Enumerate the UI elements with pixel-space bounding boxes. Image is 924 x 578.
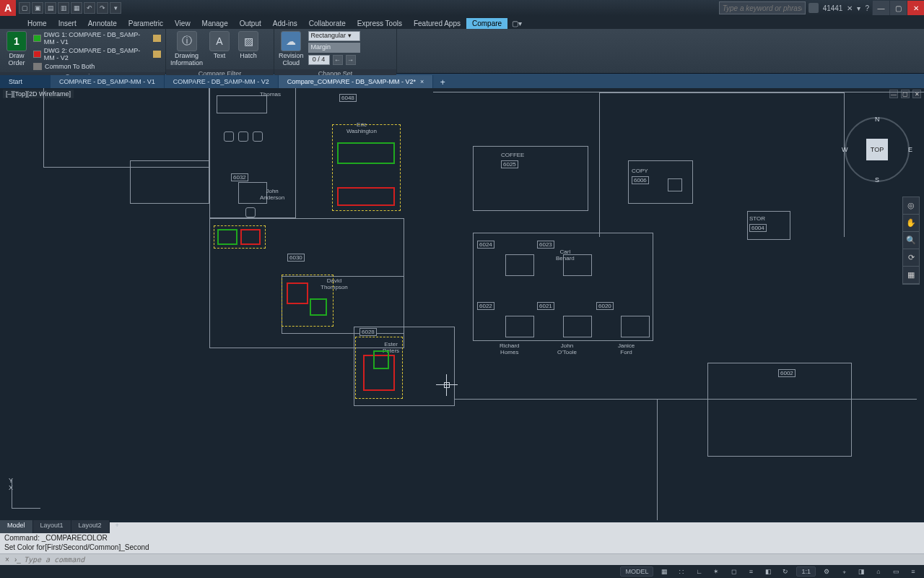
status-cycling-icon[interactable]: ↻	[779, 566, 792, 577]
help-icon[interactable]: ?	[865, 4, 869, 12]
doc-tab-start[interactable]: Start	[0, 75, 51, 88]
viewcube-e[interactable]: E	[908, 146, 912, 153]
window-close-button[interactable]: ✕	[907, 1, 924, 15]
nav-wheel-icon[interactable]: ◎	[903, 197, 919, 215]
folder-icon[interactable]	[153, 35, 161, 42]
qat-save-icon[interactable]: ▤	[45, 2, 56, 14]
status-gear-icon[interactable]: ⚙	[820, 566, 833, 577]
viewcube-s[interactable]: S	[875, 176, 879, 184]
command-input[interactable]	[24, 556, 921, 564]
window-maximize-button[interactable]: ▢	[889, 1, 907, 15]
cmd-chevron-icon[interactable]: ›_	[14, 556, 21, 564]
dwg1-label: DWG 1: COMPARE - DB_SAMP-MM - V1	[44, 31, 151, 46]
cloud-shape-select[interactable]: Rectangular ▾	[308, 31, 360, 41]
draw-order-label: Draw Order	[8, 53, 25, 67]
doc-tab-v2[interactable]: COMPARE - DB_SAMP-MM - V2	[165, 75, 279, 88]
exchange-icon[interactable]: ✕	[847, 4, 853, 12]
next-change-button[interactable]: →	[346, 55, 356, 65]
qat-undo-icon[interactable]: ↶	[84, 2, 95, 14]
tab-collaborate[interactable]: Collaborate	[303, 18, 352, 29]
window-minimize-button[interactable]: —	[872, 1, 889, 15]
label-otoole: John O'Toole	[557, 342, 577, 355]
status-osnap-icon[interactable]: ◻	[727, 566, 740, 577]
ucs-icon[interactable]: Y X	[9, 477, 43, 512]
layout-tab-1[interactable]: Layout1	[33, 520, 71, 533]
qat-plot-icon[interactable]: ▦	[71, 2, 82, 14]
status-lwt-icon[interactable]: ≡	[744, 566, 757, 577]
doc-tab-compare[interactable]: Compare_COMPARE - DB_SAMP-MM - V2*	[279, 75, 434, 88]
tab-express[interactable]: Express Tools	[352, 18, 408, 29]
dwg2-row[interactable]: DWG 2: COMPARE - DB_SAMP-MM - V2	[33, 47, 161, 61]
add-doc-button[interactable]: +	[436, 77, 449, 88]
tab-insert[interactable]: Insert	[53, 18, 82, 29]
status-transparency-icon[interactable]: ◧	[762, 566, 775, 577]
room-6006: 6006	[632, 176, 649, 184]
text-filter-button[interactable]: AText	[207, 31, 232, 60]
nav-pan-icon[interactable]: ✋	[903, 215, 919, 232]
add-layout-button[interactable]: +	[110, 520, 125, 533]
room-6004: 6004	[749, 224, 767, 232]
draw-order-button[interactable]: 1 Draw Order	[4, 31, 29, 67]
status-annomon-icon[interactable]: ⍖	[837, 566, 850, 577]
doc-tab-v1[interactable]: COMPARE - DB_SAMP-MM - V1	[51, 75, 165, 88]
qat-more-icon[interactable]: ▾	[110, 2, 121, 14]
viewcube-w[interactable]: W	[842, 146, 848, 153]
dwg1-row[interactable]: DWG 1: COMPARE - DB_SAMP-MM - V1	[33, 31, 161, 46]
status-custom-icon[interactable]: ≡	[907, 566, 920, 577]
nav-zoom-icon[interactable]: 🔍	[903, 232, 919, 249]
command-window[interactable]: Command: Command: _COMPARECOLOR Set Colo…	[0, 522, 924, 565]
folder-icon[interactable]	[153, 51, 161, 58]
tab-home[interactable]: Home	[22, 18, 53, 29]
dwg2-label: DWG 2: COMPARE - DB_SAMP-MM - V2	[44, 47, 151, 61]
cmd-close-icon[interactable]: ×	[3, 556, 12, 564]
tab-featured[interactable]: Featured Apps	[408, 18, 466, 29]
tab-annotate[interactable]: Annotate	[82, 18, 123, 29]
tab-overflow-icon[interactable]: ▢▾	[507, 18, 526, 29]
viewcube-top-face[interactable]: TOP	[866, 139, 888, 160]
qat-new-icon[interactable]: ▢	[19, 2, 30, 14]
status-polar-icon[interactable]: ✶	[710, 566, 723, 577]
layout-tab-2[interactable]: Layout2	[71, 520, 110, 533]
status-snap-icon[interactable]: ⸬	[675, 566, 688, 577]
text-label: Text	[214, 53, 226, 60]
margin-field[interactable]: Margin	[308, 43, 360, 53]
room-6020: 6020	[596, 302, 614, 310]
prev-change-button[interactable]: ←	[333, 55, 343, 65]
nav-orbit-icon[interactable]: ⟳	[903, 249, 919, 267]
drawing-info-button[interactable]: ⓘDrawing Information	[170, 31, 203, 67]
tab-manage[interactable]: Manage	[196, 18, 234, 29]
qat-redo-icon[interactable]: ↷	[97, 2, 108, 14]
app-logo[interactable]: A	[0, 0, 16, 16]
layout-tab-model[interactable]: Model	[0, 520, 33, 533]
text-icon: A	[209, 31, 230, 51]
status-workspace-icon[interactable]: ⌂	[872, 566, 885, 577]
nav-showmotion-icon[interactable]: ▦	[903, 267, 919, 284]
status-iso-icon[interactable]: ◨	[855, 566, 868, 577]
room-6002: 6002	[778, 369, 796, 377]
tab-parametric[interactable]: Parametric	[123, 18, 169, 29]
tab-compare[interactable]: Compare	[466, 18, 507, 29]
cmd-history-line: Command:	[4, 524, 920, 533]
tab-view[interactable]: View	[169, 18, 196, 29]
label-benard: Carl Benard	[556, 249, 575, 262]
qat-open-icon[interactable]: ▣	[32, 2, 43, 14]
status-clean-icon[interactable]: ▭	[889, 566, 902, 577]
status-scale[interactable]: 1:1	[796, 566, 816, 577]
status-grid-icon[interactable]: ▦	[658, 566, 671, 577]
user-icon[interactable]	[808, 3, 819, 13]
viewcube-n[interactable]: N	[875, 116, 880, 123]
status-model-toggle[interactable]: MODEL	[620, 566, 653, 577]
tab-addins[interactable]: Add-ins	[267, 18, 303, 29]
help-search-input[interactable]	[719, 1, 806, 14]
tab-output[interactable]: Output	[234, 18, 267, 29]
dwg1-swatch	[33, 35, 41, 42]
status-ortho-icon[interactable]: ∟	[692, 566, 705, 577]
navigation-bar: ◎ ✋ 🔍 ⟳ ▦	[902, 197, 920, 285]
viewcube[interactable]: TOP N S W E	[845, 117, 910, 182]
qat-saveas-icon[interactable]: ▥	[58, 2, 69, 14]
signin-dd-icon[interactable]: ▾	[857, 4, 860, 12]
drawing-canvas[interactable]: [–][Top][2D Wireframe] — ▢ ✕	[0, 88, 924, 520]
revision-cloud-button[interactable]: ☁Revision Cloud	[279, 31, 304, 67]
hatch-filter-button[interactable]: ▨Hatch	[236, 31, 261, 60]
common-row[interactable]: Common To Both	[33, 63, 161, 70]
